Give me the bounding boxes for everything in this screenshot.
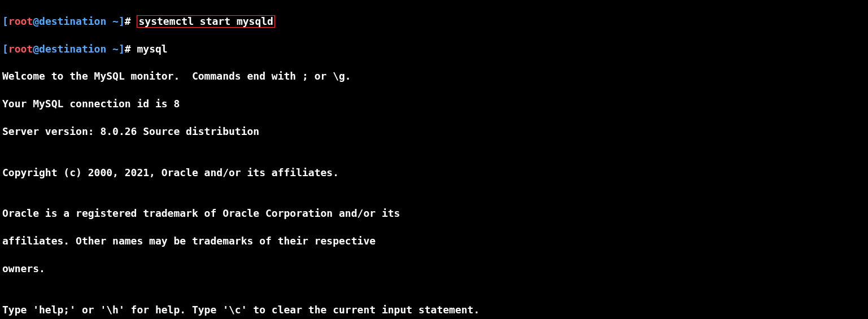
mysql-welcome-10: Type 'help;' or '\h' for help. Type '\c'… [2, 303, 866, 317]
prompt-space [106, 15, 112, 27]
prompt-user: root [8, 15, 33, 27]
prompt-hash: # [125, 43, 131, 55]
prompt-bracket-open: [ [2, 43, 8, 55]
command-systemctl: systemctl start mysqld [137, 15, 274, 28]
mysql-welcome-7: affiliates. Other names may be trademark… [2, 234, 866, 248]
prompt-tilde: ~ [112, 15, 119, 27]
prompt-host: destination [39, 15, 106, 27]
prompt-hash: # [125, 15, 131, 27]
mysql-welcome-0: Welcome to the MySQL monitor. Commands e… [2, 69, 866, 83]
terminal-output[interactable]: [root@destination ~]# systemctl start my… [0, 0, 868, 319]
prompt-at: @ [33, 43, 39, 55]
prompt-tilde: ~ [112, 43, 119, 55]
mysql-welcome-6: Oracle is a registered trademark of Orac… [2, 207, 866, 220]
mysql-welcome-1: Your MySQL connection id is 8 [2, 97, 866, 111]
prompt-bracket-close: ] [119, 43, 125, 55]
prompt-bracket-close: ] [119, 15, 125, 27]
prompt-host: destination [39, 43, 106, 55]
mysql-welcome-8: owners. [2, 262, 866, 276]
prompt-user: root [8, 43, 33, 55]
shell-line-2: [root@destination ~]# mysql [2, 42, 866, 56]
mysql-welcome-4: Copyright (c) 2000, 2021, Oracle and/or … [2, 166, 866, 180]
mysql-welcome-2: Server version: 8.0.26 Source distributi… [2, 125, 866, 138]
prompt-at: @ [33, 15, 39, 27]
command-mysql: mysql [137, 43, 167, 55]
prompt-bracket-open: [ [2, 15, 8, 27]
prompt-space [106, 43, 112, 55]
shell-line-1: [root@destination ~]# systemctl start my… [2, 15, 866, 28]
